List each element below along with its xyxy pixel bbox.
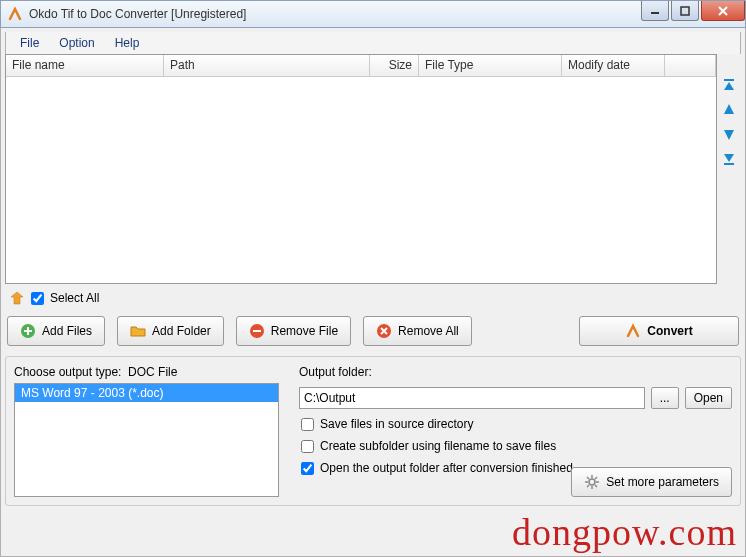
svg-line-13 [587, 477, 589, 479]
remove-all-button[interactable]: Remove All [363, 316, 472, 346]
output-type-label: Choose output type: DOC File [14, 365, 279, 379]
output-type-item[interactable]: MS Word 97 - 2003 (*.doc) [15, 384, 278, 402]
remove-file-label: Remove File [271, 324, 338, 338]
svg-point-8 [589, 479, 595, 485]
move-bottom-button[interactable] [721, 150, 737, 166]
add-folder-label: Add Folder [152, 324, 211, 338]
maximize-button[interactable] [671, 1, 699, 21]
app-icon [7, 6, 23, 22]
svg-line-14 [595, 485, 597, 487]
output-folder-label: Output folder: [299, 365, 732, 379]
convert-label: Convert [647, 324, 692, 338]
convert-button[interactable]: Convert [579, 316, 739, 346]
add-folder-button[interactable]: Add Folder [117, 316, 224, 346]
file-list-header: File name Path Size File Type Modify dat… [6, 55, 716, 77]
save-source-checkbox[interactable] [301, 418, 314, 431]
remove-file-button[interactable]: Remove File [236, 316, 351, 346]
move-top-button[interactable] [721, 78, 737, 94]
more-parameters-label: Set more parameters [606, 475, 719, 489]
open-folder-button[interactable]: Open [685, 387, 732, 409]
menu-help[interactable]: Help [105, 34, 150, 52]
subfolder-checkbox[interactable] [301, 440, 314, 453]
col-size[interactable]: Size [370, 55, 419, 76]
open-after-checkbox[interactable] [301, 462, 314, 475]
minus-icon [249, 323, 265, 339]
up-folder-icon[interactable] [9, 290, 25, 306]
gear-icon [584, 474, 600, 490]
move-up-button[interactable] [721, 102, 737, 118]
select-all-checkbox[interactable] [31, 292, 44, 305]
minimize-button[interactable] [641, 1, 669, 21]
col-spacer [665, 55, 716, 76]
svg-line-16 [595, 477, 597, 479]
folder-icon [130, 323, 146, 339]
more-parameters-button[interactable]: Set more parameters [571, 467, 732, 497]
open-after-label: Open the output folder after conversion … [320, 461, 573, 475]
subfolder-label: Create subfolder using filename to save … [320, 439, 556, 453]
add-files-label: Add Files [42, 324, 92, 338]
col-filename[interactable]: File name [6, 55, 164, 76]
titlebar: Okdo Tif to Doc Converter [Unregistered] [0, 0, 746, 28]
window-title: Okdo Tif to Doc Converter [Unregistered] [29, 7, 739, 21]
move-down-button[interactable] [721, 126, 737, 142]
convert-icon [625, 323, 641, 339]
remove-all-icon [376, 323, 392, 339]
output-type-list[interactable]: MS Word 97 - 2003 (*.doc) [14, 383, 279, 497]
remove-all-label: Remove All [398, 324, 459, 338]
menu-file[interactable]: File [10, 34, 49, 52]
output-folder-input[interactable] [299, 387, 645, 409]
svg-line-15 [587, 485, 589, 487]
select-all-label: Select All [50, 291, 99, 305]
col-filetype[interactable]: File Type [419, 55, 562, 76]
menu-option[interactable]: Option [49, 34, 104, 52]
browse-button[interactable]: ... [651, 387, 679, 409]
svg-rect-1 [681, 7, 689, 15]
file-list[interactable]: File name Path Size File Type Modify dat… [5, 54, 717, 284]
col-path[interactable]: Path [164, 55, 370, 76]
plus-icon [20, 323, 36, 339]
watermark: dongpow.com [512, 510, 737, 554]
menubar: File Option Help [5, 32, 741, 54]
save-source-label: Save files in source directory [320, 417, 473, 431]
add-files-button[interactable]: Add Files [7, 316, 105, 346]
close-button[interactable] [701, 1, 745, 21]
col-modify[interactable]: Modify date [562, 55, 665, 76]
